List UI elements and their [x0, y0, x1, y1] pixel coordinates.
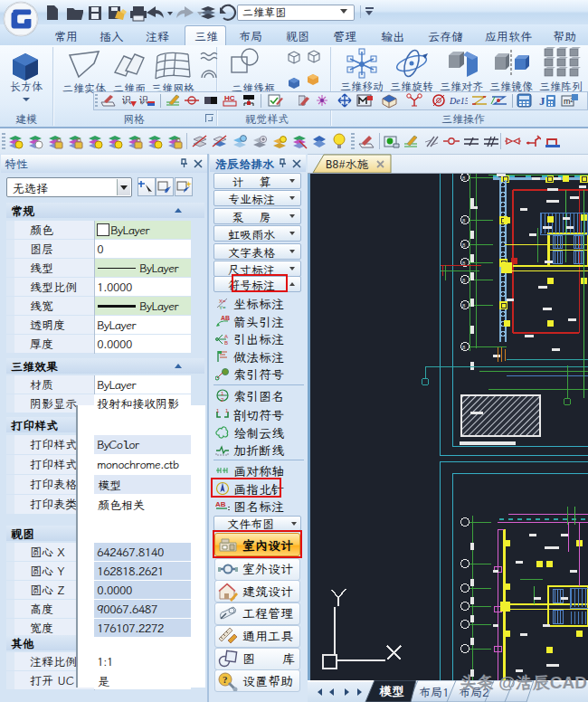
- svg-text:1: 1: [216, 408, 220, 413]
- svg-text:AB: AB: [221, 315, 230, 321]
- svg-text:2: 2: [221, 397, 224, 403]
- svg-text:Y=: Y=: [219, 305, 226, 310]
- svg-text:De15: De15: [450, 96, 468, 106]
- svg-text:B: B: [224, 340, 228, 346]
- svg-text:J: J: [539, 94, 545, 108]
- svg-text:X=: X=: [219, 299, 226, 304]
- svg-text:识: 识: [139, 94, 148, 106]
- svg-text:AB: AB: [215, 500, 226, 508]
- svg-text:?: ?: [223, 674, 228, 685]
- svg-text:A: A: [224, 334, 228, 339]
- svg-text:m²: m²: [564, 97, 574, 106]
- svg-text:识: 识: [122, 94, 131, 106]
